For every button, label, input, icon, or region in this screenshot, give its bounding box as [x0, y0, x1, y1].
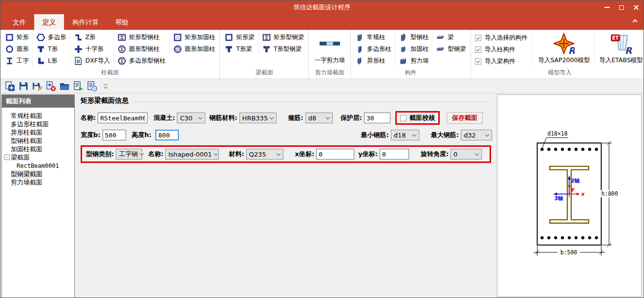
- qa-new-icon: [4, 81, 15, 92]
- cover-input[interactable]: [364, 113, 390, 123]
- quick-access-toolbar: [0, 79, 644, 93]
- tree-item[interactable]: 常规柱截面: [4, 112, 74, 120]
- ribbon-button[interactable]: 剪力墙: [397, 55, 431, 67]
- ribbon-button[interactable]: 梁: [434, 31, 468, 43]
- ribbon-button[interactable]: 矩形: [3, 31, 31, 43]
- x-coord-input[interactable]: [316, 149, 354, 160]
- ribbon-button[interactable]: 十字形: [72, 43, 112, 55]
- stirrup-select[interactable]: d8: [305, 113, 333, 123]
- ribbon-button-label: 导入ETABS模型: [599, 56, 643, 65]
- steel-name-select[interactable]: Ishaped-0001: [165, 149, 219, 160]
- checkbox-icon[interactable]: [475, 46, 481, 53]
- section-list-header: 截面列表: [2, 95, 74, 108]
- maximize-button[interactable]: [614, 1, 629, 14]
- rebar-material-select[interactable]: HRB335: [239, 113, 277, 123]
- tree-item[interactable]: RectBeam0001: [4, 161, 74, 170]
- tree-item[interactable]: 多边形柱截面: [4, 120, 74, 128]
- chevron-down-icon: [412, 132, 416, 136]
- tab-component-calc[interactable]: 构件计算: [64, 14, 107, 30]
- section-name-input[interactable]: [98, 113, 148, 123]
- history-list-button[interactable]: [85, 80, 98, 92]
- minimize-button[interactable]: [600, 1, 614, 14]
- ribbon-group-label: 构件: [352, 68, 470, 78]
- rotation-select[interactable]: 0: [451, 149, 482, 160]
- ribbon-button[interactable]: 工字: [3, 55, 31, 67]
- close-button[interactable]: [629, 1, 644, 14]
- toolbar-overflow-button[interactable]: [99, 80, 112, 92]
- section-tree: 常规柱截面多边形柱截面异形柱截面型钢柱截面加固柱截面-梁截面RectBeam00…: [2, 108, 74, 298]
- ribbon-button-label: 多边形柱: [367, 45, 391, 53]
- ribbon-button[interactable]: L形: [34, 55, 68, 67]
- ribbon-button-label: 剪力墙: [410, 57, 429, 65]
- save-as-button[interactable]: [30, 80, 43, 92]
- y-coord-input[interactable]: [380, 149, 409, 160]
- collapse-ribbon-button[interactable]: [633, 20, 637, 24]
- tab-help[interactable]: 帮助: [107, 14, 137, 30]
- section-check-group: 截面校核: [395, 111, 440, 125]
- min-rebar-select[interactable]: d18: [391, 130, 419, 140]
- ribbon-button[interactable]: 型钢梁: [434, 43, 468, 55]
- section-check-checkbox[interactable]: [400, 115, 407, 121]
- tree-item[interactable]: 异形柱截面: [4, 128, 74, 137]
- height-dim-label: h:800: [601, 190, 618, 197]
- ribbon-button-label: 矩形: [17, 33, 29, 42]
- concrete-select[interactable]: C30: [177, 113, 205, 123]
- ribbon-button[interactable]: 矩形型钢梁: [260, 31, 306, 43]
- ribbon-button[interactable]: 矩形梁: [222, 31, 257, 43]
- ribbon-button[interactable]: 加固柱: [397, 43, 431, 55]
- ribbon-button[interactable]: T形: [34, 43, 68, 55]
- one-line-shear-wall-button[interactable]: 一字剪力墙: [310, 31, 349, 65]
- ribbon-button[interactable]: 多边形柱: [353, 43, 393, 55]
- ribbon-button[interactable]: 圆形: [3, 43, 31, 55]
- qa-overflow-icon: [100, 81, 111, 92]
- tree-item[interactable]: 型钢梁截面: [4, 170, 74, 178]
- import-beam-members-checkbox[interactable]: 导入梁构件: [475, 57, 528, 66]
- collapse-icon[interactable]: -: [4, 155, 10, 160]
- ribbon-button[interactable]: 异形柱: [353, 55, 393, 67]
- ribbon-button[interactable]: 常规柱: [353, 31, 393, 43]
- tree-item[interactable]: 剪力墙截面: [4, 178, 74, 186]
- t-shape-icon: [224, 45, 234, 54]
- ribbon-button[interactable]: Z形: [72, 31, 112, 43]
- steel-material-select[interactable]: Q235: [246, 149, 283, 160]
- tab-file[interactable]: 文件: [4, 14, 34, 30]
- checkbox-icon[interactable]: [475, 58, 481, 65]
- import-sap2000-button[interactable]: R导入SAP2000模型: [534, 31, 594, 65]
- ribbon-button[interactable]: DDXF导入: [72, 55, 112, 67]
- checkbox-icon[interactable]: [475, 35, 481, 41]
- wall3d-icon: [399, 56, 408, 66]
- axis-y-label: y: [571, 186, 575, 192]
- ribbon-button[interactable]: 圆形型钢柱: [115, 43, 168, 55]
- steel-type-select[interactable]: 工字钢: [116, 149, 142, 160]
- width-input[interactable]: [103, 130, 126, 140]
- tab-define[interactable]: 定义: [34, 14, 64, 30]
- ribbon-button[interactable]: T形梁: [222, 43, 257, 55]
- circle-dotted-icon: [173, 45, 182, 54]
- ribbon-button[interactable]: 多边形型钢柱: [115, 55, 168, 67]
- tree-item[interactable]: 加固柱截面: [4, 145, 74, 153]
- import-etabs-button[interactable]: ETR导入ETABS模型: [594, 31, 644, 65]
- import-selected-members-checkbox[interactable]: 导入选择的构件: [475, 34, 528, 42]
- ribbon-button[interactable]: 圆形加固柱: [171, 43, 217, 55]
- ribbon-button[interactable]: 矩形型钢柱: [115, 31, 168, 43]
- run-list-button[interactable]: [71, 80, 85, 92]
- save-button[interactable]: [17, 80, 30, 92]
- max-rebar-select[interactable]: d32: [461, 130, 492, 140]
- open-button[interactable]: [58, 80, 71, 92]
- ribbon-button[interactable]: 型钢柱: [397, 31, 431, 43]
- tree-item[interactable]: -梁截面: [4, 153, 74, 161]
- ribbon-button[interactable]: 多边形: [34, 31, 68, 43]
- ribbon-button-label: 圆形: [17, 45, 29, 53]
- ribbon-button-label: T形梁: [236, 45, 252, 53]
- delete-new-button[interactable]: [44, 80, 57, 92]
- tree-item[interactable]: 型钢柱截面: [4, 137, 74, 145]
- new-button[interactable]: [3, 80, 16, 92]
- height-input[interactable]: [155, 130, 179, 140]
- tree-item-label: 加固柱截面: [11, 145, 43, 154]
- ribbon-button-label: Z形: [86, 33, 96, 42]
- save-section-button[interactable]: 保存截面: [447, 112, 483, 124]
- ribbon-button[interactable]: 矩形加固柱: [171, 31, 217, 43]
- ribbon-button[interactable]: T形型钢梁: [260, 43, 306, 55]
- ribbon-button-label: 圆形加固柱: [185, 45, 215, 53]
- import-column-members-checkbox[interactable]: 导入柱构件: [475, 46, 528, 54]
